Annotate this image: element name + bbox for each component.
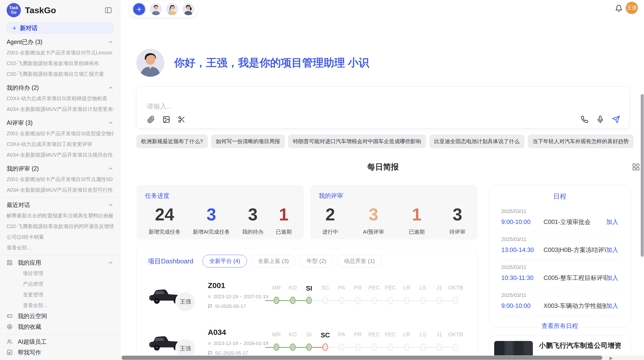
vertical-scrollbar-thumb[interactable]: [641, 94, 644, 257]
taskgo-logo: Task Go: [7, 3, 21, 17]
list-item[interactable]: A034-全新新能源MUV产品开发项目计划变更表编写: [7, 104, 113, 114]
project-milestone-date: SC-2025-05-17: [215, 350, 248, 356]
list-item[interactable]: 公司Q3轻卡销量: [7, 232, 113, 242]
sidebar-header: Task Go TaskGo: [7, 0, 113, 20]
agent-avatar-3[interactable]: [182, 3, 195, 15]
stat-new-ai-done: 3 新增AI完成任务: [193, 204, 230, 235]
chevron-up-icon[interactable]: [108, 166, 113, 171]
tab-new-body[interactable]: 全新上装 (3): [251, 255, 296, 267]
card-title: 任务进度: [145, 192, 295, 200]
user-avatar[interactable]: 王强: [626, 2, 638, 14]
stat-in-progress: 2 进行中: [322, 204, 338, 235]
scroll-down-arrow-icon[interactable]: ▼: [617, 345, 621, 350]
agent-avatar-2[interactable]: [166, 3, 178, 15]
grid-icon: [7, 259, 13, 266]
briefing-layout-icon[interactable]: [632, 163, 640, 172]
daily-briefing-title: 每日简报: [136, 162, 630, 172]
collapse-sidebar-icon[interactable]: [103, 5, 113, 15]
list-item[interactable]: A034-全新新能源MUV产品开发项目法规符合性评审: [7, 149, 113, 160]
sidebar-item-creative-drawing[interactable]: 创意制图: [7, 358, 113, 360]
list-item[interactable]: C02-飞腾新能源轻客改款项目立项汇报方案: [7, 69, 113, 79]
divider: [0, 255, 120, 255]
join-meeting-link[interactable]: 加入: [606, 218, 618, 226]
phone-call-icon[interactable]: [580, 115, 589, 124]
list-item[interactable]: 解释最新出台的欧盟报废车法规再生塑料比例被调至15%...: [7, 210, 113, 221]
list-item[interactable]: A034-全新新能源MUV产品开发项目造型可行性评审: [7, 185, 113, 195]
scissors-icon[interactable]: [177, 115, 186, 124]
logo-line2: Go: [11, 10, 17, 15]
suggestion-chip[interactable]: 欧洲新规最近颁布了什么?: [136, 134, 208, 148]
dashboard-tabs: 全新平台 (4) 全新上装 (3) 年型 (2) 动总开发 (1): [202, 255, 382, 267]
list-item[interactable]: C0X4-动力总成开发项目SI里程碑提交物检查: [7, 93, 113, 104]
tab-new-platform[interactable]: 全新平台 (4): [202, 255, 247, 267]
list-item[interactable]: Z001-全新燃油皮卡产品开发项目SI节点Lesson Learn报告: [7, 47, 113, 58]
horizontal-scrollbar-thumb[interactable]: [122, 356, 602, 360]
suggestion-chip[interactable]: 当下年轻人对汽车外观有怎样的喜好趋势: [528, 134, 634, 148]
list-item[interactable]: C02-飞腾新能源轻客改款项目的闭环通告反馈情况: [7, 221, 113, 232]
list-item[interactable]: Z001-全新燃油轻卡产品开发项目SI造型提交物评审: [7, 128, 113, 139]
flag-icon: [208, 351, 212, 355]
send-icon[interactable]: [612, 115, 620, 124]
assistant-avatar: [136, 49, 164, 77]
chevron-up-icon[interactable]: [108, 202, 113, 208]
chevron-up-icon[interactable]: [108, 120, 113, 126]
section-ai-review[interactable]: AI评审 (3): [7, 117, 113, 128]
tab-powertrain[interactable]: 动总开发 (1): [337, 255, 382, 267]
news-title: 小鹏飞行汽车制造公司增资: [539, 341, 625, 350]
chevron-up-icon[interactable]: [108, 260, 113, 265]
section-my-todo[interactable]: 我的待办 (2): [7, 82, 113, 93]
scroll-right-arrow-icon[interactable]: ▶: [609, 355, 613, 360]
sidebar-item-favorites[interactable]: 我的收藏: [7, 321, 113, 332]
view-all-apps[interactable]: 查看全部...: [7, 300, 113, 311]
view-all-recent[interactable]: 查看全部...: [7, 242, 113, 253]
section-agent-done[interactable]: Agent已办 (3): [7, 37, 113, 47]
image-icon[interactable]: [162, 115, 171, 124]
greeting-text: 你好，王强，我是你的项目管理助理 小识: [174, 56, 369, 70]
task-progress-card: 任务进度 24 新增完成任务 3 新增AI完成任务 3 我的待办 1 已逾期: [136, 185, 304, 239]
card-title: 我的评审: [319, 192, 469, 200]
agent-avatar-1[interactable]: [150, 3, 162, 15]
write-icon: [7, 349, 13, 356]
notifications-bell-icon[interactable]: [615, 5, 623, 13]
project-dates: 2023-12-19 ~ 2027-01-19: [213, 294, 268, 299]
suggestion-chip[interactable]: 特朗普可能对进口汽车增税会对中国车企造成哪些影响: [288, 134, 426, 148]
section-recent-chats[interactable]: 最近对话: [7, 200, 113, 210]
schedule-item: 2025/03/11 13:00-14:30 C003|H0B-方案冻结评审 加…: [501, 232, 618, 260]
chat-composer: [136, 86, 630, 129]
new-chat-button[interactable]: + 新对话: [7, 22, 113, 34]
view-all-schedule-link[interactable]: 查看所有日程: [501, 322, 618, 330]
project-milestone-date: SI-2025-05-17: [215, 304, 246, 309]
chevron-up-icon[interactable]: [108, 39, 113, 45]
chat-input[interactable]: [147, 102, 503, 110]
suggestion-chip[interactable]: 比亚迪全固态电池计划具体说了什么: [429, 134, 524, 148]
tab-model-year[interactable]: 年型 (2): [300, 255, 333, 267]
project-dashboard: 项目Dashboard 全新平台 (4) 全新上装 (3) 年型 (2) 动总开…: [136, 248, 478, 360]
project-row-a034[interactable]: 王强 A034 2023-12-19 ~ 2026-01-19 SC-2025-…: [148, 323, 471, 360]
list-item[interactable]: C02-飞腾新能源轻客改款项目里程碑画布: [7, 58, 113, 69]
owner-avatar: 王强: [175, 292, 196, 312]
section-my-review[interactable]: 我的评审 (2): [7, 163, 113, 174]
sidebar-item-project-mgmt[interactable]: 项目管理: [7, 268, 113, 279]
sidebar-item-my-apps[interactable]: 我的应用: [7, 257, 113, 268]
sidebar-item-cloud-space[interactable]: 我的云空间: [7, 311, 113, 321]
list-item[interactable]: Z001-全新燃油轻卡产品开发项目SI节点属性5D文件评审: [7, 174, 113, 185]
join-meeting-link[interactable]: 加入: [606, 302, 618, 310]
suggestion-chip[interactable]: 如何写一份清晰的项目周报: [211, 134, 285, 148]
add-agent-button[interactable]: +: [133, 3, 146, 16]
microphone-icon[interactable]: [596, 115, 605, 124]
sidebar-item-help-me-write[interactable]: 帮我写作: [7, 347, 113, 358]
join-meeting-link[interactable]: 加入: [606, 274, 618, 282]
users-icon: [7, 338, 13, 345]
stat-review-overdue: 1 已逾期: [409, 204, 425, 235]
chevron-up-icon[interactable]: [108, 85, 113, 91]
sidebar-item-change-mgmt[interactable]: 变更管理: [7, 289, 113, 300]
project-dates: 2023-12-19 ~ 2026-01-19: [213, 341, 268, 346]
project-row-z001[interactable]: 王强 Z001 2023-12-19 ~ 2027-01-19 SI-2025-…: [148, 276, 471, 314]
sidebar-item-product-mgmt[interactable]: 产品管理: [7, 279, 113, 289]
sidebar-item-ai-super-staff[interactable]: AI超级员工: [7, 336, 113, 347]
join-meeting-link[interactable]: 加入: [606, 246, 618, 254]
attach-file-icon[interactable]: [147, 115, 155, 124]
assistant-greeting: 你好，王强，我是你的项目管理助理 小识: [136, 49, 369, 77]
list-item[interactable]: C0X4-动力总成开发项目工程变更评审: [7, 139, 113, 149]
schedule-panel: 日程 2025/03/11 9:00-10:00 C001-立项审批会 加入 2…: [489, 185, 631, 327]
